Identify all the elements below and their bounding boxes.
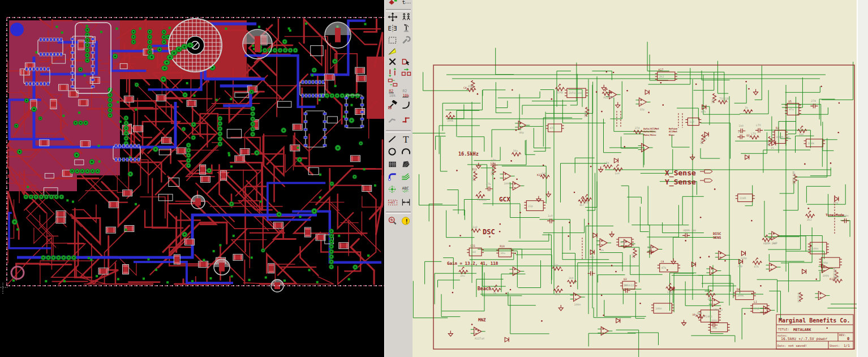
add-tool-button[interactable] xyxy=(400,57,412,67)
attribute-tool-button[interactable]: >AT xyxy=(386,197,399,208)
svg-text:C31: C31 xyxy=(470,244,475,247)
signal-tool-button[interactable] xyxy=(400,171,412,182)
group-icon xyxy=(387,36,398,45)
change-icon xyxy=(401,36,412,45)
svg-text:E: E xyxy=(388,25,392,32)
delete-tool-button[interactable] xyxy=(386,57,399,67)
name-icon: R210k xyxy=(387,88,398,98)
svg-text:HBRM-140: HBRM-140 xyxy=(776,136,789,139)
svg-text:1k0: 1k0 xyxy=(569,277,574,279)
svg-text:10u: 10u xyxy=(460,274,465,277)
svg-text:R18: R18 xyxy=(500,245,505,248)
svg-text:1%: 1% xyxy=(600,249,604,252)
svg-text:1u0: 1u0 xyxy=(772,242,777,244)
schematic-label-16-5khz: 16.5kHz xyxy=(458,151,479,157)
arc-tool-button[interactable] xyxy=(400,147,412,157)
svg-text:Q2: Q2 xyxy=(746,134,750,137)
svg-text:ZVP2110A: ZVP2110A xyxy=(569,92,582,94)
name-tool-button[interactable]: R210k xyxy=(386,88,399,98)
value-tool-button[interactable]: R210k xyxy=(400,88,412,98)
cut-icon xyxy=(387,47,398,57)
cut-tool-button[interactable] xyxy=(386,46,399,57)
split-tool-button[interactable] xyxy=(386,114,399,125)
signal-icon xyxy=(401,172,412,182)
schematic-label-disc: DISC xyxy=(713,231,721,235)
svg-text:274: 274 xyxy=(588,267,594,270)
move-icon xyxy=(387,12,398,22)
rect-tool-button[interactable] xyxy=(386,159,399,170)
svg-text:LTX: LTX xyxy=(756,124,761,127)
ratsnest-tool-button[interactable] xyxy=(386,216,399,226)
svg-text:U9: U9 xyxy=(693,313,696,316)
text-tool-button[interactable]: T xyxy=(400,134,412,145)
rotate-tool-button[interactable] xyxy=(400,23,412,34)
svg-text:47u: 47u xyxy=(789,108,794,111)
hole-tool-button[interactable] xyxy=(386,184,399,195)
svg-text:1k0: 1k0 xyxy=(471,251,476,253)
via-tool-button[interactable] xyxy=(386,171,399,182)
show-tool-button[interactable] xyxy=(386,0,399,7)
errors-tool-button[interactable]: ! xyxy=(400,216,412,226)
svg-text:>AT: >AT xyxy=(389,200,395,204)
group-tool-button[interactable] xyxy=(386,35,399,46)
svg-text:47k: 47k xyxy=(472,177,475,182)
replace-tool-button[interactable] xyxy=(386,78,399,88)
svg-text:1k0: 1k0 xyxy=(799,133,804,136)
svg-text:HBRM-140: HBRM-140 xyxy=(792,171,795,184)
optimize-tool-button[interactable] xyxy=(400,114,412,125)
svg-text:t: t xyxy=(402,0,405,5)
pinswap-tool-button[interactable] xyxy=(386,67,399,78)
svg-text:1u0: 1u0 xyxy=(548,214,553,217)
pinswap-icon xyxy=(387,68,398,78)
svg-text:22p: 22p xyxy=(738,265,743,268)
copy-tool-button[interactable] xyxy=(400,12,412,23)
toolbar-separator xyxy=(386,212,411,214)
label-tool-button[interactable]: ABC xyxy=(400,184,412,195)
svg-text:1%: 1% xyxy=(707,298,711,300)
svg-text:1u0: 1u0 xyxy=(689,121,694,123)
polygon-tool-button[interactable] xyxy=(400,159,412,170)
titleblock-title-label: TITLE: xyxy=(778,328,789,331)
attribute-icon: >AT xyxy=(387,197,398,207)
wire-tool-button[interactable] xyxy=(386,134,399,145)
svg-text:Q2: Q2 xyxy=(624,278,627,281)
mirror-tool-button[interactable]: EƎ xyxy=(386,23,399,34)
gateswap-icon xyxy=(401,68,412,78)
mark-tool-button[interactable]: t xyxy=(400,0,412,7)
titleblock-rev: 0 xyxy=(847,337,849,341)
board-editor-canvas[interactable] xyxy=(0,0,384,357)
scrollbar-track[interactable] xyxy=(857,0,868,357)
change-tool-button[interactable] xyxy=(400,35,412,46)
schematic-editor-canvas[interactable]: 120p22p100nHBRM-140R21u01%2741k0C311%2k2… xyxy=(412,0,857,357)
schematic-label-gain-13-2-41-118: Gain = 13.2, 41, 118 xyxy=(447,261,499,266)
svg-text:1u0: 1u0 xyxy=(647,246,652,249)
pcb-layout-drawing xyxy=(0,0,384,357)
svg-text:10k: 10k xyxy=(711,98,714,104)
toolbar-separator xyxy=(386,130,411,132)
add-icon xyxy=(401,57,412,67)
svg-text:47u: 47u xyxy=(468,85,473,88)
titleblock-date-label: Date: xyxy=(777,344,786,347)
svg-text:LTX: LTX xyxy=(833,202,839,205)
svg-text:K17: K17 xyxy=(830,278,835,281)
svg-text:120p: 120p xyxy=(556,91,563,94)
svg-text:100n: 100n xyxy=(812,247,819,250)
rect-icon xyxy=(387,160,398,169)
mode-label: Mono/Disc xyxy=(643,134,656,136)
move-tool-button[interactable] xyxy=(386,12,399,23)
svg-text:100k: 100k xyxy=(447,119,454,122)
svg-text:1u0: 1u0 xyxy=(472,226,478,229)
svg-text:C4: C4 xyxy=(463,87,467,89)
smash-tool-button[interactable] xyxy=(386,100,399,110)
svg-text:10k: 10k xyxy=(389,93,396,98)
delete-icon xyxy=(387,57,398,67)
svg-text:1%: 1% xyxy=(493,292,496,295)
svg-text:SM6612: SM6612 xyxy=(713,308,723,311)
svg-text:47k: 47k xyxy=(486,183,491,186)
circle-tool-button[interactable] xyxy=(386,147,399,157)
dimension-tool-button[interactable] xyxy=(400,197,412,208)
miter-tool-button[interactable] xyxy=(400,100,412,110)
svg-text:A127uH: A127uH xyxy=(797,293,800,302)
copy-icon xyxy=(401,12,412,22)
gateswap-tool-button[interactable] xyxy=(400,67,412,78)
